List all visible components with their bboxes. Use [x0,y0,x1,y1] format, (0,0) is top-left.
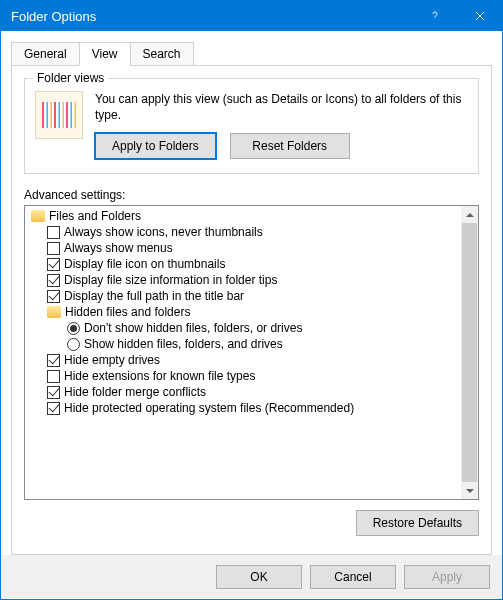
tree-item[interactable]: Don't show hidden files, folders, or dri… [27,320,459,336]
tree-item-label: Display file icon on thumbnails [64,257,225,271]
radio-input[interactable] [67,338,80,351]
tree-item[interactable]: Display the full path in the title bar [27,288,459,304]
tree-item-label: Display file size information in folder … [64,273,277,287]
tree-root-files-folders[interactable]: Files and Folders [27,208,459,224]
folder-options-window: Folder Options General View Search Folde… [0,0,503,600]
vertical-scrollbar[interactable] [461,206,478,499]
folder-views-legend: Folder views [33,71,108,85]
help-button[interactable] [412,1,457,31]
folder-icon [47,306,61,318]
tree-item-label: Hide protected operating system files (R… [64,401,354,415]
tree-item[interactable]: Display file size information in folder … [27,272,459,288]
close-icon [475,11,485,21]
chevron-down-icon [466,489,474,493]
checkbox-input[interactable] [47,354,60,367]
chevron-up-icon [466,213,474,217]
tree-item[interactable]: Always show icons, never thumbnails [27,224,459,240]
dialog-footer: OK Cancel Apply [1,555,502,599]
tab-search[interactable]: Search [130,42,194,66]
tree-item-label: Show hidden files, folders, and drives [84,337,283,351]
reset-folders-button[interactable]: Reset Folders [230,133,350,159]
tab-strip: General View Search [11,42,492,66]
tree-item[interactable]: Hide empty drives [27,352,459,368]
folder-icon [31,210,45,222]
advanced-settings-box: Files and Folders Always show icons, nev… [24,205,479,500]
tab-panel-view: Folder views You can apply this view (su… [11,65,492,555]
tree-item-label: Don't show hidden files, folders, or dri… [84,321,302,335]
tree-item-label: Always show icons, never thumbnails [64,225,263,239]
tree-item[interactable]: Hide extensions for known file types [27,368,459,384]
window-title: Folder Options [11,9,412,24]
checkbox-input[interactable] [47,370,60,383]
tab-view[interactable]: View [79,42,131,66]
cancel-button[interactable]: Cancel [310,565,396,589]
titlebar: Folder Options [1,1,502,31]
tree-item[interactable]: Show hidden files, folders, and drives [27,336,459,352]
checkbox-input[interactable] [47,274,60,287]
close-button[interactable] [457,1,502,31]
tree-item-label: Hide empty drives [64,353,160,367]
tree-item[interactable]: Hide folder merge conflicts [27,384,459,400]
advanced-settings-label: Advanced settings: [24,188,479,202]
ok-button[interactable]: OK [216,565,302,589]
folder-views-icon [35,91,83,139]
checkbox-input[interactable] [47,258,60,271]
apply-button[interactable]: Apply [404,565,490,589]
folder-views-group: Folder views You can apply this view (su… [24,78,479,174]
tab-general[interactable]: General [11,42,80,66]
checkbox-input[interactable] [47,242,60,255]
restore-defaults-button[interactable]: Restore Defaults [356,510,479,536]
tree-item-label: Hide folder merge conflicts [64,385,206,399]
tree-root-label: Files and Folders [49,209,141,223]
tree-item[interactable]: Always show menus [27,240,459,256]
apply-to-folders-button[interactable]: Apply to Folders [95,133,216,159]
checkbox-input[interactable] [47,226,60,239]
help-icon [430,11,440,21]
tree-item[interactable]: Hide protected operating system files (R… [27,400,459,416]
radio-input[interactable] [67,322,80,335]
dialog-body: General View Search Folder views You can… [1,31,502,555]
tree-item[interactable]: Display file icon on thumbnails [27,256,459,272]
checkbox-input[interactable] [47,290,60,303]
scroll-thumb[interactable] [462,223,477,482]
scroll-up-button[interactable] [461,206,478,223]
tree-item-label: Always show menus [64,241,173,255]
checkbox-input[interactable] [47,386,60,399]
tree-item-label: Display the full path in the title bar [64,289,244,303]
checkbox-input[interactable] [47,402,60,415]
tree-group-label: Hidden files and folders [65,305,190,319]
tree-group-hidden[interactable]: Hidden files and folders [27,304,459,320]
scroll-down-button[interactable] [461,482,478,499]
folder-views-desc: You can apply this view (such as Details… [95,91,468,123]
advanced-settings-tree[interactable]: Files and Folders Always show icons, nev… [25,206,461,499]
tree-item-label: Hide extensions for known file types [64,369,255,383]
